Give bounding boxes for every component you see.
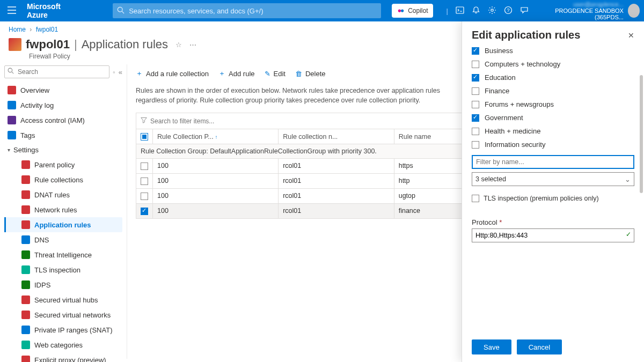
nav-item-explicit-proxy-preview-[interactable]: Explicit proxy (preview)	[4, 352, 122, 362]
protocol-input[interactable]	[472, 228, 634, 242]
category-checkbox[interactable]	[472, 101, 479, 108]
category-business[interactable]: Business	[472, 47, 634, 55]
nav-item-network-rules[interactable]: Network rules	[4, 202, 122, 217]
nav-item-application-rules[interactable]: Application rules	[4, 217, 122, 232]
account-email-obscured: user@progdence...	[539, 1, 624, 8]
protocol-label: Protocol	[472, 218, 497, 226]
panel-scrollbar[interactable]	[640, 75, 643, 193]
nav-collapse-icon[interactable]: «	[119, 68, 122, 76]
category-information-security[interactable]: Information security	[472, 141, 634, 149]
help-icon[interactable]: ?	[504, 6, 513, 16]
edit-button[interactable]: ✎Edit	[265, 70, 286, 78]
global-search-input[interactable]	[113, 3, 381, 18]
add-rule-collection-button[interactable]: ＋Add a rule collection	[136, 69, 209, 78]
category-government[interactable]: Government	[472, 114, 634, 122]
cell-rname: finance	[394, 203, 469, 218]
nav-item-label: Web categories	[34, 341, 83, 349]
nav-item-parent-policy[interactable]: Parent policy	[4, 157, 122, 172]
nav-item-tags[interactable]: Tags	[4, 128, 122, 143]
cell-rname: http	[394, 173, 469, 188]
nav-item-secured-virtual-networks[interactable]: Secured virtual networks	[4, 307, 122, 322]
row-checkbox[interactable]	[141, 208, 148, 215]
nav-search-input[interactable]	[4, 65, 109, 78]
breadcrumb-current[interactable]: fwpol01	[36, 26, 58, 33]
validated-icon: ✓	[626, 231, 631, 238]
category-forums-newsgroups[interactable]: Forums + newsgroups	[472, 100, 634, 108]
cloud-shell-icon[interactable]	[456, 6, 464, 16]
header-checkbox[interactable]	[141, 133, 148, 141]
col-rcname[interactable]: Rule collection n...	[279, 129, 394, 144]
nav-item-icon	[21, 280, 30, 289]
category-filter-input[interactable]	[472, 155, 634, 169]
svg-point-8	[8, 68, 12, 72]
nav-item-activity-log[interactable]: Activity log	[4, 98, 122, 113]
delete-button[interactable]: 🗑Delete	[295, 70, 326, 78]
category-checkbox[interactable]	[472, 141, 479, 149]
more-actions-icon[interactable]: ⋯	[189, 41, 196, 49]
nav-item-access-control-iam-[interactable]: Access control (IAM)	[4, 113, 122, 128]
category-checkbox[interactable]	[472, 47, 479, 55]
nav-item-icon	[21, 190, 30, 199]
nav-item-rule-collections[interactable]: Rule collections	[4, 172, 122, 187]
nav-item-icon	[8, 131, 16, 139]
row-checkbox[interactable]	[141, 193, 148, 200]
nav-item-tls-inspection[interactable]: TLS inspection	[4, 262, 122, 277]
category-label: Finance	[485, 87, 509, 95]
nav-item-private-ip-ranges-snat-[interactable]: Private IP ranges (SNAT)	[4, 322, 122, 337]
category-checkbox[interactable]	[472, 61, 479, 68]
add-rule-button[interactable]: ＋Add rule	[218, 69, 254, 78]
settings-icon[interactable]	[488, 6, 496, 16]
svg-text:?: ?	[507, 8, 509, 13]
nav-item-label: Tags	[20, 131, 35, 139]
global-search[interactable]	[113, 3, 381, 18]
category-checkbox[interactable]	[472, 74, 479, 82]
category-education[interactable]: Education	[472, 73, 634, 82]
nav-item-secured-virtual-hubs[interactable]: Secured virtual hubs	[4, 292, 122, 307]
nav-item-dns[interactable]: DNS	[4, 232, 122, 247]
selected-dropdown[interactable]: 3 selected ⌄	[472, 172, 634, 186]
category-checkbox[interactable]	[472, 128, 479, 135]
row-checkbox[interactable]	[141, 162, 148, 170]
nav-item-idps[interactable]: IDPS	[4, 277, 122, 292]
notifications-icon[interactable]	[472, 6, 480, 16]
category-checkbox[interactable]	[472, 87, 479, 95]
category-finance[interactable]: Finance	[472, 87, 634, 95]
copilot-button[interactable]: Copilot	[392, 4, 433, 18]
nav-item-threat-intelligence[interactable]: Threat Intelligence	[4, 247, 122, 262]
save-button[interactable]: Save	[472, 339, 511, 354]
category-checkbox[interactable]	[472, 114, 479, 122]
row-checkbox[interactable]	[141, 178, 148, 185]
account-area[interactable]: user@progdence... PROGDENCE SANDBOX (365…	[539, 1, 640, 20]
nav-item-label: DNS	[34, 236, 49, 244]
nav-search[interactable]	[4, 65, 109, 78]
col-rname[interactable]: Rule name	[394, 129, 469, 144]
account-tenant: PROGDENCE SANDBOX (365PDS...	[555, 8, 624, 20]
nav-item-web-categories[interactable]: Web categories	[4, 337, 122, 352]
copilot-label: Copilot	[408, 7, 428, 14]
panel-title: Edit application rules	[472, 29, 628, 41]
close-icon[interactable]: ✕	[628, 31, 634, 40]
nav-item-icon	[21, 205, 30, 214]
col-priority[interactable]: Rule Collection P...	[153, 129, 279, 144]
tls-checkbox[interactable]	[472, 195, 479, 202]
category-label: Information security	[485, 141, 545, 149]
nav-item-overview[interactable]: Overview	[4, 83, 122, 98]
category-health-medicine[interactable]: Health + medicine	[472, 127, 634, 135]
nav-item-settings[interactable]: Settings	[4, 143, 122, 157]
breadcrumb-home[interactable]: Home	[9, 26, 26, 33]
nav-item-icon	[8, 116, 16, 124]
category-computers-technology[interactable]: Computers + technology	[472, 60, 634, 68]
cancel-button[interactable]: Cancel	[517, 339, 562, 354]
nav-item-icon	[21, 326, 30, 334]
svg-line-1	[122, 11, 124, 13]
nav-pin-icon[interactable]: ◦	[113, 68, 115, 76]
nav-item-label: IDPS	[34, 281, 50, 289]
hamburger-icon[interactable]	[4, 3, 19, 19]
search-icon	[117, 6, 125, 16]
favorite-star-icon[interactable]: ☆	[175, 41, 182, 49]
svg-point-5	[491, 9, 493, 11]
feedback-icon[interactable]	[520, 6, 529, 16]
nav-item-label: Parent policy	[34, 161, 75, 169]
nav-item-dnat-rules[interactable]: DNAT rules	[4, 187, 122, 202]
avatar[interactable]	[628, 4, 640, 18]
